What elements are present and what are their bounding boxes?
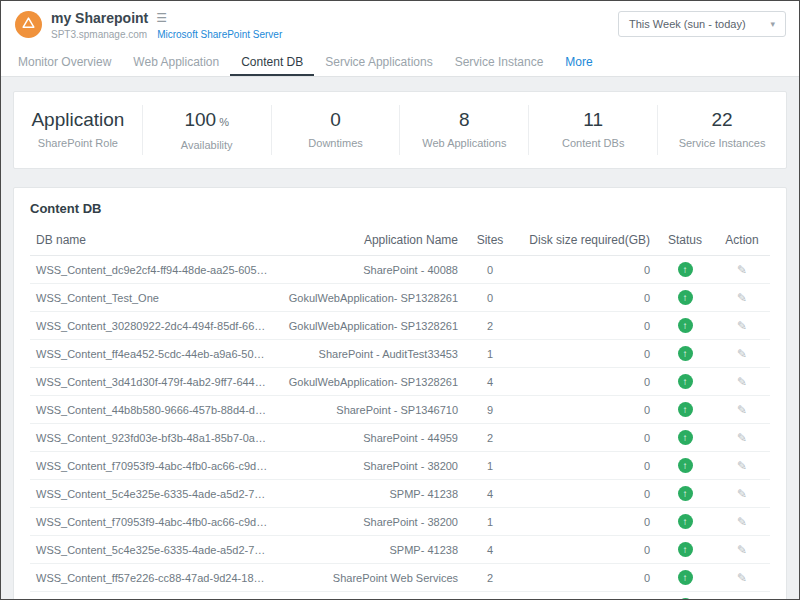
cell-db-name: WSS_Content_44b8b580-9666-457b-88d4-da9e… bbox=[30, 396, 274, 424]
cell-application-name: SharePoint - 40088 bbox=[274, 256, 464, 284]
cell-sites: 1 bbox=[464, 452, 516, 480]
summary-value: 11 bbox=[533, 109, 653, 131]
cell-application-name: SharePoint - 38200 bbox=[274, 508, 464, 536]
status-up-icon: ↑ bbox=[678, 514, 693, 529]
edit-icon[interactable]: ✎ bbox=[737, 347, 747, 361]
header: my Sharepoint ☰ SPT3.spmanage.com Micros… bbox=[1, 1, 799, 49]
cell-db-name: WSS_Content_f70953f9-4abc-4fb0-ac66-c9d7… bbox=[30, 452, 274, 480]
cell-application-name: GokulWebApplication- SP1328261 bbox=[274, 284, 464, 312]
summary-sharepoint-role: ApplicationSharePoint Role bbox=[14, 105, 143, 155]
tab-more[interactable]: More bbox=[554, 49, 603, 76]
time-range-select[interactable]: This Week (sun - today) ▾ bbox=[618, 11, 786, 37]
edit-icon[interactable]: ✎ bbox=[737, 375, 747, 389]
cell-sites: 1 bbox=[464, 340, 516, 368]
content-db-card: Content DB DB nameApplication NameSitesD… bbox=[13, 187, 787, 600]
cell-application-name: SharePoint - 38200 bbox=[274, 452, 464, 480]
content-db-table: DB nameApplication NameSitesDisk size re… bbox=[30, 225, 770, 600]
cell-sites: 4 bbox=[464, 480, 516, 508]
cell-sites: 0 bbox=[464, 284, 516, 312]
cell-status: ↑ bbox=[656, 536, 714, 564]
edit-icon[interactable]: ✎ bbox=[737, 487, 747, 501]
edit-icon[interactable]: ✎ bbox=[737, 263, 747, 277]
tab-service-instance[interactable]: Service Instance bbox=[444, 49, 555, 76]
edit-icon[interactable]: ✎ bbox=[737, 459, 747, 473]
table-row: WSS_Content_3d41d30f-479f-4ab2-9ff7-6449… bbox=[30, 368, 770, 396]
summary-label: Service Instances bbox=[662, 137, 782, 149]
monitor-title: my Sharepoint bbox=[51, 10, 148, 26]
cell-action: ✎ bbox=[714, 592, 770, 600]
monitor-logo bbox=[15, 11, 42, 38]
edit-icon[interactable]: ✎ bbox=[737, 515, 747, 529]
cell-db-name: WSS_Content_3d41d30f-479f-4ab2-9ff7-6449… bbox=[30, 368, 274, 396]
summary-label: Web Applications bbox=[404, 137, 524, 149]
status-up-icon: ↑ bbox=[678, 542, 693, 557]
table-body: WSS_Content_dc9e2cf4-ff94-48de-aa25-6051… bbox=[30, 256, 770, 600]
cell-db-name: WSS_Content_5c4e325e-6335-4ade-a5d2-792a… bbox=[30, 536, 274, 564]
edit-icon[interactable]: ✎ bbox=[737, 431, 747, 445]
cell-action: ✎ bbox=[714, 424, 770, 452]
edit-icon[interactable]: ✎ bbox=[737, 571, 747, 585]
tab-monitor-overview[interactable]: Monitor Overview bbox=[7, 49, 122, 76]
cell-action: ✎ bbox=[714, 536, 770, 564]
edit-icon[interactable]: ✎ bbox=[737, 543, 747, 557]
cell-db-name: WSS_Content_30280922-2dc4-494f-85df-6630… bbox=[30, 312, 274, 340]
column-header-db-name: DB name bbox=[30, 225, 274, 256]
cell-sites: 4 bbox=[464, 368, 516, 396]
cell-action: ✎ bbox=[714, 312, 770, 340]
cell-application-name: SPMP- 41238 bbox=[274, 536, 464, 564]
cell-disk-size: 0 bbox=[516, 536, 656, 564]
summary-availability: 100 %Availability bbox=[143, 105, 272, 155]
cell-disk-size: 0 bbox=[516, 396, 656, 424]
cell-disk-size: 0 bbox=[516, 452, 656, 480]
cell-sites: 4 bbox=[464, 536, 516, 564]
cell-sites: 2 bbox=[464, 312, 516, 340]
tab-content-db[interactable]: Content DB bbox=[230, 49, 314, 76]
summary-downtimes: 0Downtimes bbox=[272, 105, 401, 155]
tab-service-applications[interactable]: Service Applications bbox=[314, 49, 443, 76]
cell-sites: 1 bbox=[464, 508, 516, 536]
cell-disk-size: 0 bbox=[516, 564, 656, 592]
monitor-host: SPT3.spmanage.com bbox=[51, 29, 147, 40]
hamburger-menu-icon[interactable]: ☰ bbox=[156, 12, 167, 24]
summary-value: 100 % bbox=[147, 109, 267, 133]
cell-disk-size: 0 bbox=[516, 340, 656, 368]
cell-status: ↑ bbox=[656, 396, 714, 424]
cell-db-name: WSS_Content_Test_One bbox=[30, 284, 274, 312]
cell-db-name: WSS_Content_f70953f9-4abc-4fb0-ac66-c9d7… bbox=[30, 508, 274, 536]
chevron-down-icon: ▾ bbox=[770, 19, 775, 29]
cell-status: ↑ bbox=[656, 312, 714, 340]
edit-icon[interactable]: ✎ bbox=[737, 291, 747, 305]
cell-application-name: SharePoint - AuditTest33453 bbox=[274, 340, 464, 368]
summary-card: ApplicationSharePoint Role100 %Availabil… bbox=[13, 91, 787, 169]
column-header-application-name: Application Name bbox=[274, 225, 464, 256]
tab-bar: Monitor OverviewWeb ApplicationContent D… bbox=[1, 49, 799, 77]
cell-status: ↑ bbox=[656, 480, 714, 508]
status-up-icon: ↑ bbox=[678, 402, 693, 417]
summary-web-applications: 8Web Applications bbox=[400, 105, 529, 155]
status-up-icon: ↑ bbox=[678, 570, 693, 585]
cell-application-name: GokulWebApplication- SP1328261 bbox=[274, 312, 464, 340]
summary-value: 22 bbox=[662, 109, 782, 131]
status-up-icon: ↑ bbox=[678, 458, 693, 473]
table-header-row: DB nameApplication NameSitesDisk size re… bbox=[30, 225, 770, 256]
cell-status: ↑ bbox=[656, 256, 714, 284]
cell-application-name: SPMP- 41238 bbox=[274, 592, 464, 600]
edit-icon[interactable]: ✎ bbox=[737, 319, 747, 333]
table-row: WSS_Content_5c4e325e-6335-4ade-a5d2-792a… bbox=[30, 536, 770, 564]
cell-disk-size: 0 bbox=[516, 312, 656, 340]
summary-label: Downtimes bbox=[276, 137, 396, 149]
cell-db-name: WSS_Content_ff57e226-cc88-47ad-9d24-18d1… bbox=[30, 564, 274, 592]
tab-web-application[interactable]: Web Application bbox=[122, 49, 230, 76]
cell-sites: 9 bbox=[464, 396, 516, 424]
header-text-block: my Sharepoint ☰ SPT3.spmanage.com Micros… bbox=[51, 10, 282, 49]
server-type-link[interactable]: Microsoft SharePoint Server bbox=[157, 29, 282, 40]
status-up-icon: ↑ bbox=[678, 290, 693, 305]
cell-disk-size: 0 bbox=[516, 480, 656, 508]
app-window: my Sharepoint ☰ SPT3.spmanage.com Micros… bbox=[0, 0, 800, 600]
section-title: Content DB bbox=[14, 188, 786, 225]
cell-disk-size: 0 bbox=[516, 424, 656, 452]
edit-icon[interactable]: ✎ bbox=[737, 403, 747, 417]
cell-db-name: WSS_Content_dc9e2cf4-ff94-48de-aa25-6051… bbox=[30, 256, 274, 284]
table-row: WSS_Content_Test_OneGokulWebApplication-… bbox=[30, 284, 770, 312]
cell-disk-size: 0 bbox=[516, 508, 656, 536]
